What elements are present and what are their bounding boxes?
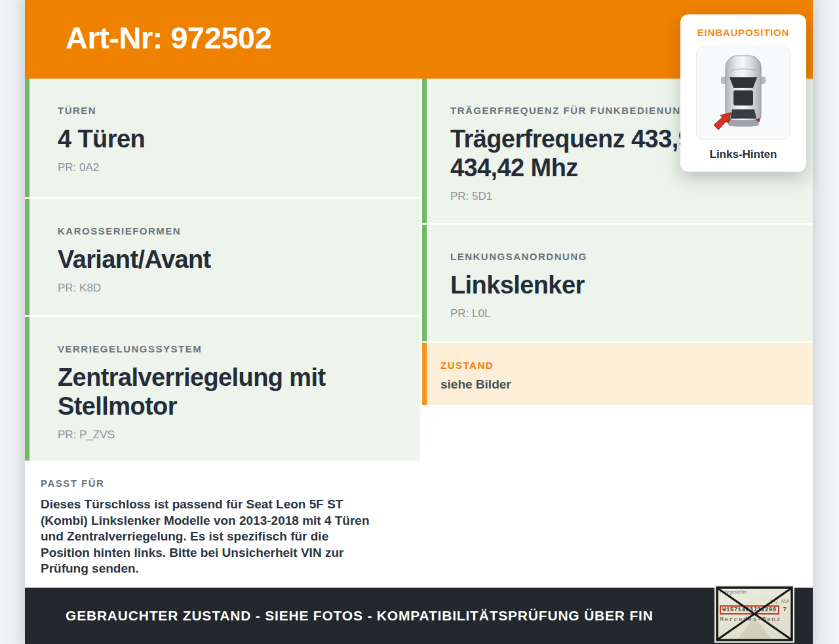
einbauposition-card: EINBAUPOSITION	[680, 14, 806, 172]
position-arrow-icon	[697, 47, 789, 138]
spec-value: 4 Türen	[58, 124, 408, 153]
page: { "colors": { "header_orange": "#ef8100"…	[0, 0, 839, 644]
spec-label: LENKUNGSANORDNUNG	[450, 251, 813, 262]
envelope-icon	[716, 586, 793, 641]
spec-card-verriegelungssystem: VERRIEGELUNGSSYSTEM Zentralverriegelung …	[25, 317, 420, 461]
spec-pr-code: PR: K8D	[58, 282, 408, 295]
spec-label: VERRIEGELUNGSSYSTEM	[58, 343, 408, 354]
einbauposition-label: EINBAUPOSITION	[680, 27, 806, 38]
spec-card-karosserieformen: KAROSSERIEFORMEN Variant/Avant PR: K8D	[25, 199, 420, 315]
passt-fuer-card: PASST FÜR Dieses Türschloss ist passend …	[25, 461, 420, 585]
zustand-value: siehe Bilder	[440, 377, 813, 392]
passt-fuer-text: Dieses Türschloss ist passend für Seat L…	[41, 497, 407, 577]
spec-pr-code: PR: 0A2	[58, 161, 408, 174]
spec-label: KAROSSERIEFORMEN	[58, 225, 408, 237]
passt-fuer-label: PASST FÜR	[41, 478, 407, 489]
footer-text: GEBRAUCHTER ZUSTAND - SIEHE FOTOS - KOMP…	[66, 608, 654, 624]
spec-value: Linkslenker	[450, 271, 813, 299]
spec-value: Variant/Avant	[58, 245, 408, 274]
footer-bar: GEBRAUCHTER ZUSTAND - SIEHE FOTOS - KOMP…	[25, 588, 813, 644]
spec-card-tueren: TÜREN 4 Türen PR: 0A2	[25, 79, 420, 197]
spec-pr-code: PR: L0L	[450, 307, 813, 320]
spec-pr-code: PR: 5D1	[450, 190, 813, 203]
left-column: TÜREN 4 Türen PR: 0A2 KAROSSERIEFORMEN V…	[25, 79, 420, 585]
registration-document-thumbnail: Fahrgestellnr. [4] A1A W1571463J31298 7 …	[714, 585, 794, 643]
spec-pr-code: PR: P_ZVS	[58, 428, 408, 442]
einbauposition-value: Links-Hinten	[680, 148, 806, 161]
einbauposition-image-box	[696, 47, 790, 140]
zustand-label: ZUSTAND	[440, 360, 813, 371]
zustand-card: ZUSTAND siehe Bilder	[422, 343, 813, 405]
spec-value: Zentralverriegelung mit Stellmotor	[58, 363, 408, 421]
listing-container: Art-Nr: 972502 TÜREN 4 Türen PR: 0A2 KAR…	[25, 0, 813, 644]
spec-label: TÜREN	[58, 105, 408, 116]
spec-card-lenkungsanordnung: LENKUNGSANORDNUNG Linkslenker PR: L0L	[422, 225, 813, 341]
